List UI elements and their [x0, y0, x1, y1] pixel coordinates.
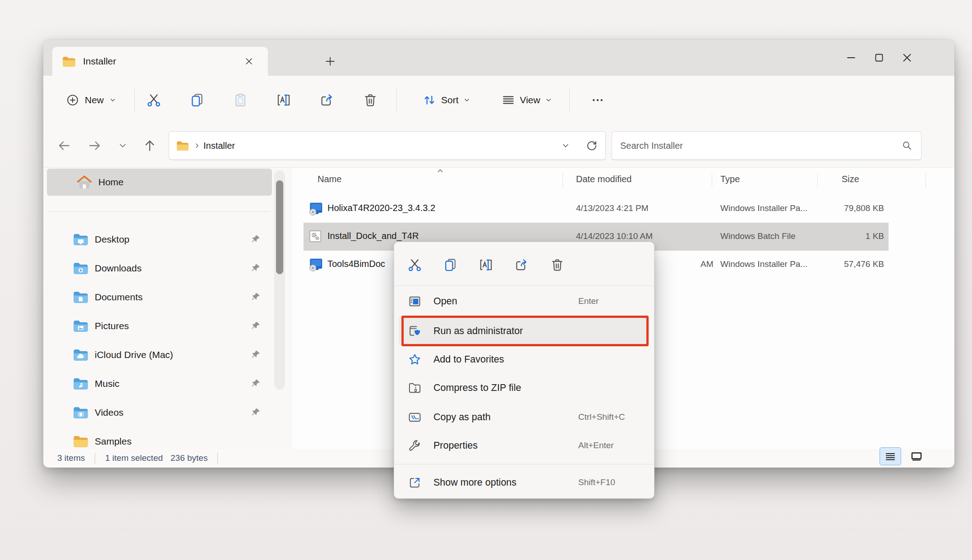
context-menu-quick-actions — [401, 248, 571, 281]
share-button[interactable] — [507, 251, 535, 279]
menu-item-label: Show more options — [433, 477, 516, 488]
view-lines-icon — [501, 93, 516, 107]
menu-item-label: Run as administrator — [433, 326, 523, 337]
delete-button[interactable] — [543, 251, 571, 279]
menu-item-show-more-options[interactable]: Show more options Shift+F10 — [399, 468, 650, 496]
cut-button[interactable] — [401, 251, 428, 279]
copy-button[interactable] — [436, 251, 464, 279]
sidebar-item-pictures[interactable]: Pictures — [47, 313, 272, 339]
sidebar-item-music[interactable]: Music — [47, 371, 272, 397]
paste-button[interactable] — [226, 86, 255, 115]
documents-folder-icon — [73, 291, 88, 303]
up-button[interactable] — [139, 135, 161, 156]
tab-bar: Installer — [43, 40, 954, 76]
desktop-background: Installer — [0, 0, 972, 560]
recent-locations-button[interactable] — [112, 135, 134, 156]
search-input[interactable] — [620, 141, 901, 151]
back-button[interactable] — [53, 135, 75, 156]
pin-icon — [250, 350, 260, 360]
new-tab-button[interactable] — [318, 50, 342, 73]
file-row-holixa[interactable]: HolixaT4R2020-23_3.4.3.2 4/13/2023 4:21 … — [292, 195, 954, 223]
status-divider — [95, 453, 95, 464]
cloud-folder-icon — [73, 349, 88, 361]
address-bar[interactable]: Installer — [169, 131, 606, 160]
sidebar-item-downloads[interactable]: Downloads — [47, 255, 272, 281]
column-header-size[interactable]: Size — [842, 174, 859, 184]
sidebar-item-label: Downloads — [95, 263, 142, 274]
menu-item-add-to-favorites[interactable]: Add to Favorites — [399, 345, 650, 373]
cut-button[interactable] — [139, 86, 168, 115]
pin-icon — [250, 321, 260, 331]
toolbar-separator — [396, 88, 397, 112]
menu-item-label: Copy as path — [433, 412, 491, 423]
maximize-button[interactable] — [865, 44, 893, 72]
breadcrumb-segment[interactable]: Installer — [203, 141, 235, 151]
column-divider[interactable] — [926, 173, 926, 188]
menu-item-properties[interactable]: Properties Alt+Enter — [399, 431, 650, 459]
file-date: 4/14/2023 10:10 AM — [576, 231, 653, 241]
file-name: HolixaT4R2020-23_3.4.3.2 — [327, 203, 435, 213]
sidebar-item-icloud-drive[interactable]: iCloud Drive (Mac) — [47, 342, 272, 368]
rename-button[interactable] — [269, 86, 298, 115]
sidebar-item-desktop[interactable]: Desktop — [47, 226, 272, 252]
tab-installer[interactable]: Installer — [52, 47, 268, 76]
tab-close-button[interactable] — [240, 52, 258, 70]
column-header-date[interactable]: Date modified — [576, 174, 631, 184]
window-controls — [837, 40, 921, 76]
close-button[interactable] — [893, 44, 921, 72]
details-view-icon — [885, 451, 896, 462]
file-size: 79,808 KB — [815, 203, 884, 213]
menu-item-compress-zip[interactable]: Compress to ZIP file — [399, 374, 650, 402]
search-box[interactable] — [612, 131, 921, 160]
column-divider[interactable] — [817, 173, 818, 188]
tab-title: Installer — [83, 56, 116, 67]
refresh-icon[interactable] — [585, 139, 598, 152]
menu-item-label: Compress to ZIP file — [433, 382, 521, 394]
column-header-type[interactable]: Type — [720, 174, 740, 184]
chevron-right-icon — [193, 142, 201, 149]
desktop-folder-icon — [73, 233, 88, 246]
minimize-button[interactable] — [837, 44, 865, 72]
details-view-button[interactable] — [880, 447, 901, 465]
sidebar-item-samples[interactable]: Samples — [47, 428, 272, 449]
sidebar-item-label: iCloud Drive (Mac) — [95, 349, 173, 360]
pin-icon — [250, 408, 260, 418]
path-icon — [408, 410, 422, 424]
see-more-button[interactable] — [583, 86, 612, 115]
chevron-down-icon[interactable] — [561, 141, 570, 150]
command-toolbar: New — [43, 76, 954, 124]
file-type: Windows Installer Pa... — [720, 203, 807, 213]
item-count: 3 items — [57, 453, 85, 463]
view-button[interactable]: View — [496, 88, 557, 112]
share-button[interactable] — [313, 86, 341, 115]
sidebar-item-home[interactable]: Home — [47, 169, 272, 196]
sidebar-item-videos[interactable]: Videos — [47, 399, 272, 426]
sidebar-scrollbar-track[interactable] — [274, 170, 285, 390]
new-button-label: New — [85, 95, 104, 106]
videos-folder-icon — [73, 406, 88, 419]
menu-item-copy-as-path[interactable]: Copy as path Ctrl+Shift+C — [399, 403, 650, 431]
sort-arrows-icon — [422, 93, 437, 107]
column-divider[interactable] — [562, 173, 563, 188]
chevron-down-icon — [118, 141, 128, 151]
context-menu: Open Enter Run as administrator Add to F… — [394, 242, 654, 499]
status-divider — [217, 453, 218, 464]
search-icon[interactable] — [901, 140, 913, 151]
menu-item-run-as-administrator[interactable]: Run as administrator — [399, 317, 650, 345]
delete-button[interactable] — [356, 86, 385, 115]
sidebar-item-label: Videos — [95, 407, 124, 418]
new-button[interactable]: New — [60, 89, 123, 111]
column-header-name[interactable]: Name — [318, 174, 341, 184]
sidebar-scrollbar-thumb[interactable] — [276, 180, 283, 274]
home-icon — [77, 175, 92, 189]
toolbar-separator — [134, 88, 135, 112]
clipboard-buttons — [139, 86, 385, 115]
column-divider[interactable] — [712, 173, 712, 188]
copy-button[interactable] — [183, 86, 212, 115]
rename-button[interactable] — [472, 251, 500, 279]
forward-button[interactable] — [84, 135, 106, 156]
sort-button[interactable]: Sort — [417, 88, 476, 112]
content-view-button[interactable] — [906, 447, 927, 465]
sidebar-item-documents[interactable]: Documents — [47, 284, 272, 310]
menu-item-open[interactable]: Open Enter — [399, 287, 650, 315]
